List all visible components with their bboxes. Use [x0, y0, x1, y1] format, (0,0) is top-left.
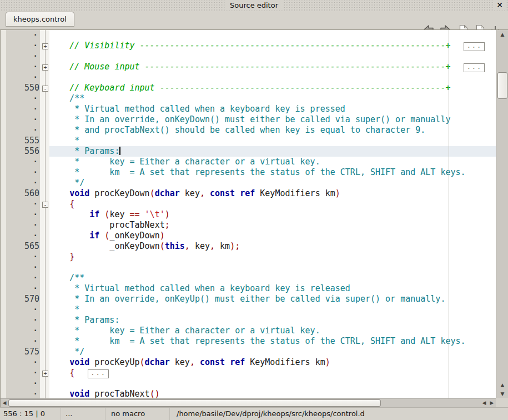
gutter-row: ·+: [1, 41, 49, 51]
gutter-row: 575: [1, 347, 49, 357]
scroll-up-icon[interactable]: ▲: [496, 30, 508, 39]
source-editor-window: Source editor ✕ kheops.control: [0, 0, 508, 420]
code-line[interactable]: * Params:: [49, 315, 496, 326]
code-token: * In an override, onKeyUp() must either …: [49, 294, 445, 304]
code-line[interactable]: * km = A set that represents the status …: [49, 167, 496, 178]
line-dot: ·: [33, 283, 38, 294]
gutter-row: ·: [1, 93, 49, 104]
folded-block-placeholder[interactable]: ...: [464, 63, 485, 72]
line-dot: ·: [33, 389, 38, 398]
code-line[interactable]: * key = Either a character or a virtual …: [49, 157, 496, 167]
code-token: /**: [49, 93, 84, 103]
line-dot: ·: [33, 178, 38, 188]
code-token: if: [89, 209, 99, 219]
code-line[interactable]: if (key == '\t'): [49, 209, 496, 220]
code-line[interactable]: }: [49, 252, 496, 262]
editor-frame: ··+··+·550-····555556···560·-···565····5…: [0, 29, 508, 407]
code-token: [49, 209, 89, 219]
scroll-left-icon[interactable]: ◀: [480, 399, 488, 408]
code-line[interactable]: void procTabNext(): [49, 389, 496, 398]
code-line[interactable]: [49, 51, 496, 62]
tab-kheops-control[interactable]: kheops.control: [6, 12, 74, 27]
code-line[interactable]: * and procTabNext() should be called whe…: [49, 125, 496, 136]
code-line[interactable]: {: [49, 199, 496, 209]
fold-expand-icon[interactable]: +: [42, 64, 48, 71]
code-token: void: [69, 188, 89, 198]
scroll-up-icon[interactable]: ▲: [496, 381, 508, 389]
code-token: void: [69, 357, 89, 367]
code-token: [49, 41, 69, 51]
code-token: * Params:: [49, 315, 119, 325]
gutter-row: 555: [1, 136, 49, 146]
code-token: [49, 83, 69, 93]
code-line[interactable]: void procKeyUp(dchar key, const ref KeyM…: [49, 357, 496, 368]
macro-status: no macro: [105, 408, 170, 420]
code-token: key: [170, 357, 190, 367]
code-line[interactable]: /**: [49, 273, 496, 283]
code-token: */: [49, 178, 84, 188]
code-line[interactable]: _onKeyDown(this, key, km);: [49, 241, 496, 252]
code-line[interactable]: // Keyboard input ----------------------…: [49, 83, 496, 93]
code-token: [49, 199, 69, 209]
gutter-row: ·: [1, 30, 49, 41]
fold-expand-icon[interactable]: +: [42, 43, 48, 49]
vertical-scrollbar-thumb[interactable]: [497, 72, 507, 99]
code-line[interactable]: [49, 262, 496, 273]
code-line[interactable]: */: [49, 347, 496, 357]
code-token: (: [160, 241, 165, 251]
code-line[interactable]: *: [49, 136, 496, 146]
code-token: ): [160, 231, 165, 241]
code-line[interactable]: {...: [49, 368, 496, 378]
scroll-down-icon[interactable]: ▼: [496, 389, 508, 398]
code-line[interactable]: if (_onKeyDown): [49, 231, 496, 241]
code-token: (: [140, 357, 145, 367]
text-caret: [119, 147, 120, 155]
line-number: 560: [24, 188, 39, 199]
line-dot: ·: [33, 125, 38, 136]
fold-collapse-icon[interactable]: -: [42, 86, 48, 92]
code-token: [99, 209, 104, 219]
scroll-right-icon[interactable]: ▶: [488, 399, 496, 408]
code-token: [49, 188, 69, 198]
code-token: key: [180, 188, 200, 198]
code-line[interactable]: // Visibility --------------------------…: [49, 41, 496, 51]
horizontal-scrollbar[interactable]: ◀ ◀ ▶: [1, 398, 496, 407]
code-line[interactable]: [49, 30, 496, 41]
code-line[interactable]: * In an override, onKeyDown() must eithe…: [49, 114, 496, 125]
code-token: ,: [185, 241, 190, 251]
fold-collapse-icon[interactable]: -: [42, 202, 48, 208]
code-line[interactable]: /**: [49, 93, 496, 104]
code-line[interactable]: *: [49, 304, 496, 315]
code-line[interactable]: * In an override, onKeyUp() must either …: [49, 294, 496, 304]
code-line[interactable]: * key = Either a character or a virtual …: [49, 326, 496, 336]
code-line[interactable]: */: [49, 178, 496, 188]
code-line[interactable]: procTabNext;: [49, 220, 496, 231]
gutter-row: ·: [1, 125, 49, 136]
code-line[interactable]: * Virtual method called when a keyboard …: [49, 283, 496, 294]
line-dot: ·: [33, 167, 38, 178]
code-token: _onKeyDown: [49, 241, 160, 251]
line-dot: ·: [33, 336, 38, 347]
code-line[interactable]: void procKeyDown(dchar key, const ref Ke…: [49, 188, 496, 199]
code-token: _onKeyDown: [109, 231, 159, 241]
line-dot: ·: [33, 378, 38, 389]
code-line[interactable]: * Virtual method called when a keyboard …: [49, 104, 496, 114]
vertical-scrollbar[interactable]: ▲ ▲ ▼: [496, 30, 508, 398]
line-dot: ·: [33, 252, 38, 262]
gutter-row: ·: [1, 357, 49, 368]
scroll-left-icon[interactable]: ◀: [1, 399, 8, 408]
folded-block-placeholder[interactable]: ...: [88, 369, 109, 378]
code-area[interactable]: // Visibility --------------------------…: [49, 30, 496, 398]
code-line[interactable]: [49, 72, 496, 83]
fold-expand-icon[interactable]: +: [42, 371, 48, 377]
gutter-row: 556: [1, 146, 49, 157]
folded-block-placeholder[interactable]: ...: [464, 42, 485, 51]
code-line[interactable]: * Params:: [49, 146, 496, 157]
code-line[interactable]: [49, 378, 496, 389]
tab-bar: kheops.control: [0, 11, 508, 29]
line-number: 550: [24, 83, 39, 93]
code-line[interactable]: * km = A set that represents the status …: [49, 336, 496, 347]
horizontal-scrollbar-thumb[interactable]: [8, 399, 381, 407]
code-line[interactable]: // Mouse input -------------------------…: [49, 62, 496, 72]
close-icon[interactable]: ✕: [494, 0, 506, 11]
